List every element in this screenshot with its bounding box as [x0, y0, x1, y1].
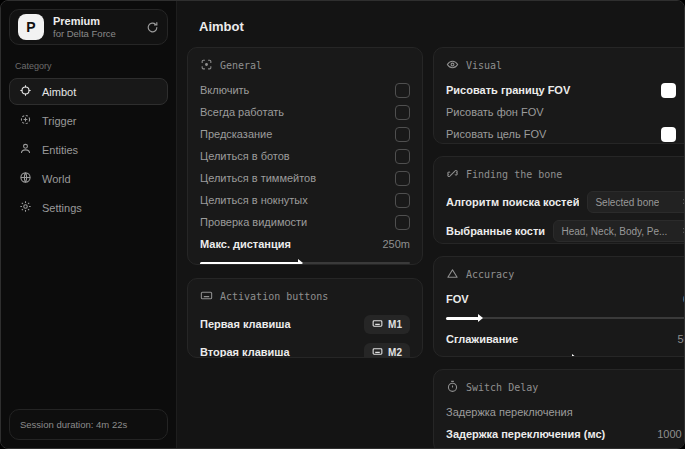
sidebar-item-settings[interactable]: Settings: [9, 194, 168, 221]
slider-label-row: Задержка переключения (мс) 1000 ms: [446, 426, 684, 442]
keyboard-icon: [372, 318, 383, 331]
keyboard-icon: [372, 346, 383, 359]
slider-label-row: Макс. дистанция 250m: [200, 236, 410, 252]
crosshair-icon: [19, 84, 32, 99]
refresh-icon[interactable]: [146, 21, 159, 34]
sidebar: P Premium for Delta Force Category Aimbo…: [1, 1, 177, 448]
keybind-row: Вторая клавиша M2: [200, 341, 410, 358]
visual-panel-header: Visual: [446, 58, 684, 73]
session-duration: Session duration: 4m 22s: [9, 409, 168, 440]
max-distance-slider[interactable]: [200, 258, 410, 265]
keybind-row: Первая клавиша M1: [200, 313, 410, 335]
activation-buttons-panel: Activation buttons Первая клавиша M1 Вто…: [187, 278, 423, 358]
checkbox-aim-knocked[interactable]: [395, 193, 410, 208]
checkbox-aim-bots[interactable]: [395, 149, 410, 164]
scan-crosshair-icon: [200, 58, 213, 73]
switch-delay-panel: Switch Delay Задержка переключения Задер…: [433, 369, 684, 448]
trigger-icon: [19, 113, 32, 128]
sidebar-item-label: Trigger: [42, 115, 76, 127]
chevron-up-down-icon: [680, 196, 684, 209]
toggle-row: Целиться в тиммейтов: [200, 170, 410, 186]
smoothing-slider[interactable]: [446, 353, 684, 357]
app-window: P Premium for Delta Force Category Aimbo…: [0, 0, 685, 449]
bone-panel-header: Finding the bone: [446, 167, 684, 182]
keybind-button-second[interactable]: M2: [364, 343, 410, 359]
switch-delay-panel-header: Switch Delay: [446, 380, 684, 395]
slider-label-row: FOV 60°: [446, 291, 684, 307]
selected-bones-select[interactable]: Head, Neck, Body, Pe...: [553, 220, 684, 242]
toggle-row: Включить: [200, 82, 410, 98]
bone-icon: [446, 167, 459, 182]
sidebar-item-label: Aimbot: [42, 86, 76, 98]
keyboard-icon: [200, 289, 213, 304]
general-panel: General Включить Всегда работать Предска…: [187, 47, 423, 265]
category-label: Category: [15, 61, 168, 71]
visual-row: Рисовать цель FOV: [446, 126, 684, 142]
smoothing-value: 50%: [677, 333, 684, 345]
sidebar-item-entities[interactable]: Entities: [9, 136, 168, 163]
entities-icon: [19, 142, 32, 157]
triangle-icon: [446, 267, 459, 282]
timer-icon: [446, 380, 459, 395]
world-icon: [19, 171, 32, 186]
toggle-row: Проверка видимости: [200, 214, 410, 230]
general-panel-header: General: [200, 58, 410, 73]
accuracy-panel: Accuracy FOV 60° Сглаживание 50%: [433, 256, 684, 357]
sidebar-item-label: Entities: [42, 144, 78, 156]
fov-border-color-swatch[interactable]: [661, 83, 676, 98]
accuracy-panel-header: Accuracy: [446, 267, 684, 282]
sidebar-item-aimbot[interactable]: Aimbot: [9, 78, 168, 105]
bone-algorithm-select[interactable]: Selected bone: [587, 191, 684, 213]
visual-panel: Visual Рисовать границу FOV Рисовать фон…: [433, 47, 684, 144]
finding-bone-panel: Finding the bone Алгоритм поиска костей …: [433, 156, 684, 244]
switch-delay-value: 1000 ms: [657, 428, 684, 440]
eye-icon: [446, 58, 459, 73]
checkbox-aim-teammates[interactable]: [395, 171, 410, 186]
checkbox-prediction[interactable]: [395, 127, 410, 142]
chevron-up-down-icon: [680, 225, 684, 238]
brand-name: Premium: [53, 15, 116, 28]
page-title: Aimbot: [199, 19, 669, 34]
max-distance-value: 250m: [382, 238, 410, 250]
sidebar-item-world[interactable]: World: [9, 165, 168, 192]
brand-card: P Premium for Delta Force: [9, 9, 168, 45]
visual-row: Рисовать фон FOV: [446, 104, 684, 120]
main-content: Aimbot General Включить Всегда работать: [177, 1, 684, 448]
fov-value: 60°: [683, 293, 684, 305]
sidebar-item-trigger[interactable]: Trigger: [9, 107, 168, 134]
bone-row: Алгоритм поиска костей Selected bone: [446, 191, 684, 213]
visual-row: Рисовать границу FOV: [446, 82, 684, 98]
bone-row: Выбранные кости Head, Neck, Body, Pe...: [446, 220, 684, 242]
toggle-row: Предсказание: [200, 126, 410, 142]
brand-text: Premium for Delta Force: [53, 15, 116, 40]
toggle-row: Целиться в нокнутых: [200, 192, 410, 208]
gear-icon: [19, 200, 32, 215]
checkbox-enable[interactable]: [395, 83, 410, 98]
toggle-row: Задержка переключения: [446, 404, 684, 420]
toggle-row: Целиться в ботов: [200, 148, 410, 164]
brand-logo: P: [18, 14, 44, 40]
sidebar-item-label: Settings: [42, 202, 82, 214]
sidebar-item-label: World: [42, 173, 71, 185]
fov-target-color-swatch[interactable]: [661, 127, 676, 142]
slider-label-row: Сглаживание 50%: [446, 331, 684, 347]
activation-panel-header: Activation buttons: [200, 289, 410, 304]
checkbox-always-work[interactable]: [395, 105, 410, 120]
keybind-button-first[interactable]: M1: [364, 315, 410, 334]
checkbox-visibility-check[interactable]: [395, 215, 410, 230]
brand-subtitle: for Delta Force: [53, 28, 116, 39]
fov-slider[interactable]: [446, 313, 684, 323]
toggle-row: Всегда работать: [200, 104, 410, 120]
